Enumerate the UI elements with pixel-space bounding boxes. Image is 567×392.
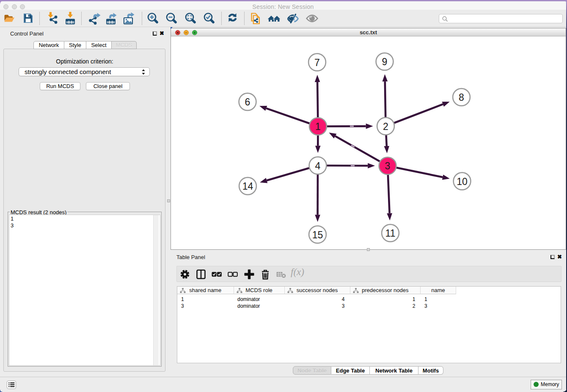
svg-text:7: 7 [314,57,320,68]
svg-text:2: 2 [383,121,388,132]
svg-text:6: 6 [245,97,250,108]
svg-text:10: 10 [457,176,468,187]
svg-text:9: 9 [382,56,388,67]
svg-text:3: 3 [385,160,391,171]
svg-text:1: 1 [315,121,321,132]
svg-text:8: 8 [459,92,464,103]
svg-text:4: 4 [315,160,321,171]
svg-text:11: 11 [385,228,396,239]
svg-text:15: 15 [312,229,323,240]
svg-text:14: 14 [242,181,253,192]
